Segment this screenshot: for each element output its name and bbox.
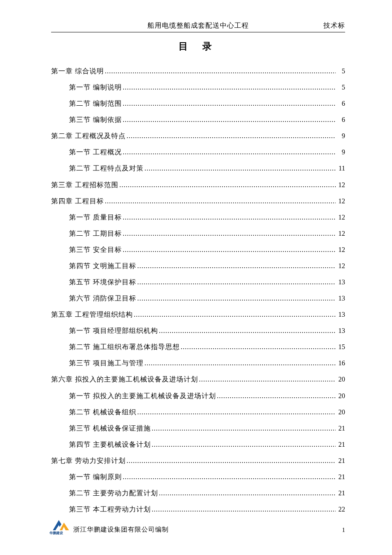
toc-entry: 第五节 环境保护目标..............................… — [51, 274, 345, 290]
toc-entry: 第一节 项目经理部组织机构...........................… — [51, 323, 345, 339]
toc-label: 第一节 编制说明 — [69, 79, 122, 95]
toc-leader-dots: ........................................… — [123, 112, 336, 128]
toc-label: 第五章 工程管理组织结构 — [51, 306, 133, 323]
toc-page-number: 21 — [337, 420, 345, 436]
toc-page-number: 12 — [337, 177, 345, 193]
footer-company: 浙江华鹏建设集团有限公司编制 — [73, 526, 169, 535]
toc-leader-dots: ........................................… — [137, 290, 336, 306]
toc-entry: 第四章 工程目标................................… — [51, 193, 345, 209]
toc-page-number: 12 — [337, 193, 345, 209]
header-title: 船用电缆整船成套配送中心工程 — [51, 21, 345, 30]
toc-leader-dots: ........................................… — [127, 453, 336, 469]
toc-leader-dots: ........................................… — [127, 128, 336, 144]
toc-label: 第三节 项目施工与管理 — [69, 355, 144, 371]
toc-entry: 第三节 项目施工与管理.............................… — [51, 355, 345, 371]
toc-page-number: 21 — [337, 469, 345, 485]
toc-leader-dots: ........................................… — [119, 177, 336, 193]
toc-leader-dots: ........................................… — [199, 371, 336, 387]
toc-label: 第一节 拟投入的主要施工机械设备及进场计划 — [69, 388, 216, 404]
toc-leader-dots: ........................................… — [137, 404, 336, 420]
toc-page-number: 16 — [337, 355, 345, 371]
toc-entry: 第二节 机械设备组织..............................… — [51, 404, 345, 420]
toc-leader-dots: ........................................… — [137, 274, 336, 290]
toc-page-number: 20 — [337, 388, 345, 404]
toc-page-number: 12 — [337, 209, 345, 225]
toc-page-number: 13 — [337, 323, 345, 339]
page-footer: 华鹏建设 浙江华鹏建设集团有限公司编制 1 — [51, 517, 345, 535]
toc-label: 第一节 编制原则 — [69, 469, 122, 485]
toc-entry: 第一章 综合说明................................… — [51, 63, 345, 79]
toc-entry: 第五章 工程管理组织结构............................… — [51, 306, 345, 323]
toc-entry: 第二节 工期目标................................… — [51, 225, 345, 242]
toc-label: 第二节 工程特点及对策 — [69, 160, 144, 176]
toc-page-number: 13 — [337, 274, 345, 290]
toc-page-number: 5 — [337, 63, 345, 79]
toc-page-number: 5 — [337, 79, 345, 95]
toc-entry: 第一节 编制原则................................… — [51, 469, 345, 485]
toc-entry: 第七章 劳动力安排计划.............................… — [51, 453, 345, 469]
toc-entry: 第三节 编制依据................................… — [51, 112, 345, 128]
toc-page-number: 12 — [337, 242, 345, 258]
toc-label: 第三章 工程招标范围 — [51, 177, 118, 193]
toc-entry: 第三章 工程招标范围..............................… — [51, 177, 345, 193]
toc-page-number: 13 — [337, 290, 345, 306]
toc-leader-dots: ........................................… — [152, 501, 336, 517]
toc-label: 第二节 施工组织布署总体指导思想 — [69, 339, 180, 355]
toc-entry: 第六章 拟投入的主要施工机械设备及进场计划...................… — [51, 371, 345, 387]
toc-label: 第一节 质量目标 — [69, 209, 122, 225]
toc-page-number: 20 — [337, 371, 345, 387]
toc-label: 第三节 本工程劳动力计划 — [69, 501, 151, 517]
toc-label: 第七章 劳动力安排计划 — [51, 453, 126, 469]
toc-label: 第六章 拟投入的主要施工机械设备及进场计划 — [51, 371, 198, 387]
toc-page-number: 20 — [337, 404, 345, 420]
toc-leader-dots: ........................................… — [144, 355, 336, 371]
toc-leader-dots: ........................................… — [123, 79, 336, 95]
toc-leader-dots: ........................................… — [144, 160, 336, 176]
toc-entry: 第三节 本工程劳动力计划............................… — [51, 501, 345, 517]
toc-label: 第二节 工期目标 — [69, 225, 122, 242]
toc-entry: 第一节 工程概况................................… — [51, 144, 345, 160]
toc-entry: 第四节 文明施工目标..............................… — [51, 258, 345, 274]
toc-label: 第二章 工程概况及特点 — [51, 128, 126, 144]
toc-leader-dots: ........................................… — [105, 63, 336, 79]
toc-leader-dots: ........................................… — [217, 388, 336, 404]
toc-page-number: 12 — [337, 225, 345, 242]
toc-leader-dots: ........................................… — [123, 209, 336, 225]
toc-page-number: 22 — [337, 501, 345, 517]
toc-label: 第三节 编制依据 — [69, 112, 122, 128]
toc-label: 第四节 主要机械设备计划 — [69, 436, 151, 453]
toc-leader-dots: ........................................… — [105, 193, 336, 209]
toc-leader-dots: ........................................… — [152, 436, 336, 453]
toc-leader-dots: ........................................… — [123, 225, 336, 242]
toc-leader-dots: ........................................… — [123, 95, 336, 112]
toc-page-number: 21 — [337, 453, 345, 469]
toc-label: 第一章 综合说明 — [51, 63, 104, 79]
toc-leader-dots: ........................................… — [159, 323, 336, 339]
toc-entry: 第二节 编制范围................................… — [51, 95, 345, 112]
toc-leader-dots: ........................................… — [123, 469, 336, 485]
toc-page-number: 6 — [337, 95, 345, 112]
toc-page-number: 9 — [337, 144, 345, 160]
toc-page-number: 12 — [337, 258, 345, 274]
header-right-label: 技术标 — [323, 21, 345, 30]
toc-entry: 第三节 机械设备保证措施............................… — [51, 420, 345, 436]
toc-label: 第四节 文明施工目标 — [69, 258, 136, 274]
toc-label: 第一节 工程概况 — [69, 144, 122, 160]
toc-page-number: 13 — [337, 306, 345, 323]
toc-entry: 第一节 拟投入的主要施工机械设备及进场计划...................… — [51, 388, 345, 404]
company-logo-icon: 华鹏建设 — [51, 517, 71, 535]
toc-leader-dots: ........................................… — [181, 339, 336, 355]
toc-page-number: 6 — [337, 112, 345, 128]
toc-label: 第三节 机械设备保证措施 — [69, 420, 151, 436]
toc-page-number: 21 — [337, 485, 345, 501]
toc-label: 第六节 消防保卫目标 — [69, 290, 136, 306]
toc-leader-dots: ........................................… — [123, 242, 336, 258]
toc-label: 第一节 项目经理部组织机构 — [69, 323, 158, 339]
page-header: 船用电缆整船成套配送中心工程 技术标 — [51, 21, 345, 32]
toc-entry: 第四节 主要机械设备计划............................… — [51, 436, 345, 453]
toc-entry: 第一节 质量目标................................… — [51, 209, 345, 225]
toc-page-number: 11 — [337, 160, 345, 176]
page-title: 目 录 — [51, 40, 345, 53]
toc-entry: 第一节 编制说明................................… — [51, 79, 345, 95]
toc-entry: 第二节 施工组织布署总体指导思想........................… — [51, 339, 345, 355]
